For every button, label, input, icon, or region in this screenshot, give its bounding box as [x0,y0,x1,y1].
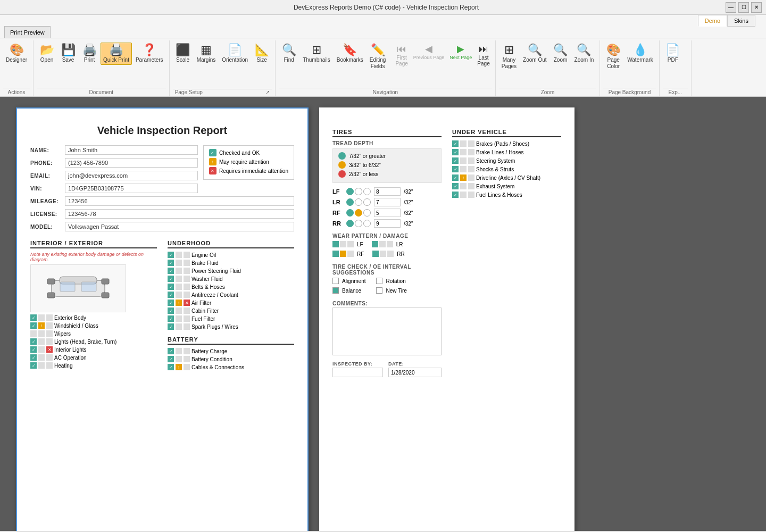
status-empty [38,346,45,353]
inspected-row: INSPECTED BY: DATE: [332,361,442,377]
oe-alignment-check[interactable] [332,278,339,284]
status-green: ✓ [30,354,37,361]
rr-btn-green[interactable] [346,220,354,227]
underhood-title: UNDERHOOD [168,240,294,248]
quick-print-icon: 🖨️ [109,44,123,56]
demo-tab-bar: Demo Skins [0,15,766,27]
license-input[interactable] [65,209,294,219]
lr-btn-2[interactable] [355,198,362,206]
page-background-content: 🎨 PageColor 💧 Watermark [603,40,656,88]
lr-btn-green[interactable] [346,198,354,206]
wear-lr-g [372,241,378,247]
report-title: Vehicle Inspection Report [30,124,294,137]
lr-btn-3[interactable] [363,198,371,206]
zoom-in-icon: 🔍 [577,44,591,56]
open-button[interactable]: 📂 Open [37,43,57,65]
lf-btn-green[interactable] [346,188,354,195]
right-page-content: TIRES TREAD DEPTH 7/32" or greater 3/32"… [332,123,561,377]
many-pages-button[interactable]: ⊞ ManyPages [499,43,519,71]
under-vehicle-title: UNDER VEHICLE [452,129,561,137]
actions-content: 🎨 Designer [3,40,30,88]
check-interior-lights: ✓ ✕ Interior Lights [30,346,157,353]
print-button[interactable]: 🖨️ Print [79,43,99,65]
model-input[interactable] [65,222,294,231]
close-button[interactable]: ✕ [751,2,762,13]
email-input[interactable] [65,171,198,180]
check-power-steering: ✓ Power Steering Fluid [168,268,294,274]
vin-input[interactable] [65,184,198,193]
designer-button[interactable]: 🎨 Designer [3,43,30,65]
lf-btn-3[interactable] [363,188,371,195]
page-color-button[interactable]: 🎨 PageColor [603,43,623,71]
oe-rotation-check[interactable] [376,278,382,284]
rf-btn-3[interactable] [363,209,371,217]
interior-exterior-col: INTERIOR / EXTERIOR Note any existing ex… [30,235,157,372]
oe-section: Alignment Balance Rotation [332,278,442,295]
tab-skins[interactable]: Skins [727,15,755,27]
zoom-icon: 🔍 [553,44,568,56]
name-input[interactable] [65,145,198,155]
editing-fields-button[interactable]: ✏️ EditingFields [367,43,389,71]
page-left: Vehicle Inspection Report ✓ Checked and … [16,107,309,531]
parameters-icon: ❓ [142,44,156,56]
previous-page-button[interactable]: ◀ Previous Page [411,43,447,62]
check-spark-plugs: ✓ Spark Plugs / Wires [168,323,294,330]
mileage-input[interactable] [65,196,294,206]
rr-btn-2[interactable] [355,220,362,227]
rr-btn-3[interactable] [363,220,371,227]
rf-btn-orange[interactable] [355,209,362,217]
first-page-button[interactable]: ⏮ FirstPage [393,43,410,68]
tread-depth-box: 7/32" or greater 3/32" to 6/32" 2/32" or… [332,148,442,183]
wear-lr-e [379,241,386,247]
window-controls[interactable]: — ☐ ✕ [726,2,762,13]
export-pdf-button[interactable]: 📄 PDF [663,43,683,65]
save-button[interactable]: 💾 Save [58,43,78,65]
check-heating: ✓ Heating [30,362,157,369]
page-setup-expand[interactable]: ↗ [265,89,270,95]
oe-new-tire-check[interactable] [376,287,382,294]
watermark-button[interactable]: 💧 Watermark [625,43,656,65]
tab-demo[interactable]: Demo [698,15,727,27]
print-preview-tab[interactable]: Print Preview [4,26,51,38]
tread-yellow: 3/32" to 6/32" [338,161,436,169]
form-row-name: NAME: [30,145,198,155]
bookmarks-button[interactable]: 🔖 Bookmarks [334,43,366,65]
size-button[interactable]: 📐 Size [252,43,272,65]
next-page-button[interactable]: ▶ Next Page [447,43,474,62]
phone-input[interactable] [65,158,198,168]
rr-value[interactable] [374,219,401,228]
status-empty [46,322,53,329]
rf-btn-green[interactable] [346,209,354,217]
quick-print-button[interactable]: 🖨️ Quick Print [101,43,132,65]
ribbon-group-export: 📄 PDF Exp... [660,40,692,96]
lf-value[interactable] [374,187,401,196]
zoom-button[interactable]: 🔍 Zoom [551,43,571,65]
orientation-button[interactable]: 📄 Orientation [219,43,251,65]
zoom-in-button[interactable]: 🔍 Zoom In [572,43,597,65]
comments-input[interactable] [332,307,442,355]
oe-balance-check[interactable] [332,287,339,294]
find-button[interactable]: 🔍 Find [279,43,299,65]
ribbon-group-page-background: 🎨 PageColor 💧 Watermark Page Background [600,40,660,96]
date-input[interactable] [388,368,442,377]
zoom-out-button[interactable]: 🔍 Zoom Out [520,43,549,65]
page-setup-content: ⬛ Scale ▦ Margins 📄 Orientation 📐 Size [173,40,272,89]
minimize-button[interactable]: — [726,2,736,13]
actions-label: Actions [3,88,30,96]
last-page-button[interactable]: ⏭ LastPage [475,43,492,68]
scale-button[interactable]: ⬛ Scale [173,43,193,65]
lf-btn-2[interactable] [355,188,362,195]
document-label: Document [37,88,166,96]
body-damage-note: Note any existing exterior body damage o… [30,252,157,262]
rf-value[interactable] [374,209,401,217]
lr-value[interactable] [374,198,401,206]
check-lights: ✓ Lights (Head, Brake, Turn) [30,338,157,345]
inspected-by-input[interactable] [332,368,383,377]
thumbnails-button[interactable]: ⊞ Thumbnails [300,43,333,65]
status-green: ✓ [30,338,37,345]
form-row-phone: PHONE: [30,158,198,168]
title-bar: DevExpress Reports Demo (C# code) - Vehi… [0,0,766,15]
restore-button[interactable]: ☐ [738,2,749,13]
parameters-button[interactable]: ❓ Parameters [133,43,166,65]
margins-button[interactable]: ▦ Margins [194,43,219,65]
